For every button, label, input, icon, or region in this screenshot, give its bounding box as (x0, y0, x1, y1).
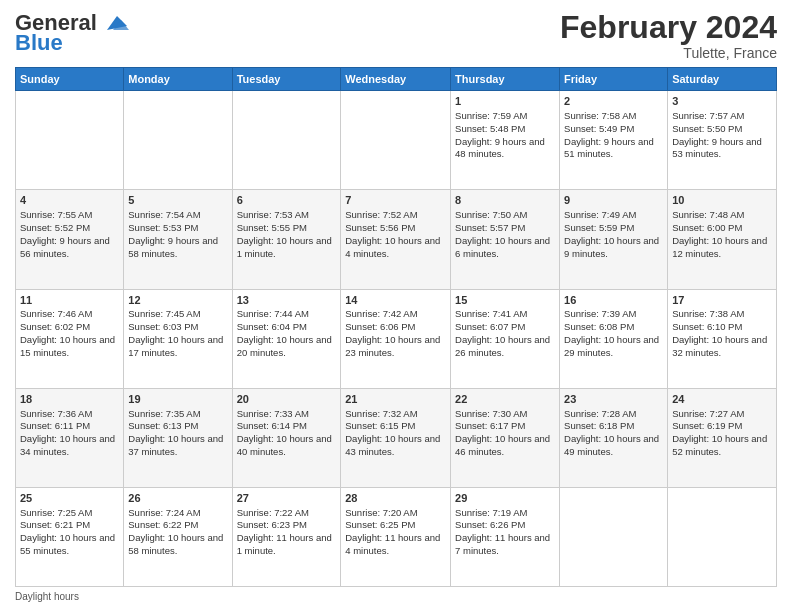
logo-blue: Blue (15, 30, 63, 56)
day-info: Sunrise: 7:28 AM Sunset: 6:18 PM Dayligh… (564, 408, 663, 459)
calendar-cell: 29Sunrise: 7:19 AM Sunset: 6:26 PM Dayli… (451, 487, 560, 586)
calendar-cell: 7Sunrise: 7:52 AM Sunset: 5:56 PM Daylig… (341, 190, 451, 289)
logo-icon (99, 12, 131, 34)
day-number: 24 (672, 392, 772, 407)
day-info: Sunrise: 7:41 AM Sunset: 6:07 PM Dayligh… (455, 308, 555, 359)
day-info: Sunrise: 7:24 AM Sunset: 6:22 PM Dayligh… (128, 507, 227, 558)
week-row-1: 4Sunrise: 7:55 AM Sunset: 5:52 PM Daylig… (16, 190, 777, 289)
weekday-header-thursday: Thursday (451, 68, 560, 91)
calendar-cell: 5Sunrise: 7:54 AM Sunset: 5:53 PM Daylig… (124, 190, 232, 289)
calendar-cell: 16Sunrise: 7:39 AM Sunset: 6:08 PM Dayli… (560, 289, 668, 388)
week-row-2: 11Sunrise: 7:46 AM Sunset: 6:02 PM Dayli… (16, 289, 777, 388)
day-info: Sunrise: 7:32 AM Sunset: 6:15 PM Dayligh… (345, 408, 446, 459)
day-number: 22 (455, 392, 555, 407)
week-row-0: 1Sunrise: 7:59 AM Sunset: 5:48 PM Daylig… (16, 91, 777, 190)
day-number: 11 (20, 293, 119, 308)
page: General Blue February 2024 Tulette, Fran… (0, 0, 792, 612)
day-info: Sunrise: 7:48 AM Sunset: 6:00 PM Dayligh… (672, 209, 772, 260)
week-row-3: 18Sunrise: 7:36 AM Sunset: 6:11 PM Dayli… (16, 388, 777, 487)
footer: Daylight hours (15, 591, 777, 602)
calendar-cell: 15Sunrise: 7:41 AM Sunset: 6:07 PM Dayli… (451, 289, 560, 388)
month-title: February 2024 (560, 10, 777, 45)
day-number: 19 (128, 392, 227, 407)
day-number: 3 (672, 94, 772, 109)
day-info: Sunrise: 7:42 AM Sunset: 6:06 PM Dayligh… (345, 308, 446, 359)
day-number: 28 (345, 491, 446, 506)
calendar-cell (668, 487, 777, 586)
calendar-cell (560, 487, 668, 586)
calendar-cell: 10Sunrise: 7:48 AM Sunset: 6:00 PM Dayli… (668, 190, 777, 289)
calendar-cell: 6Sunrise: 7:53 AM Sunset: 5:55 PM Daylig… (232, 190, 341, 289)
day-info: Sunrise: 7:52 AM Sunset: 5:56 PM Dayligh… (345, 209, 446, 260)
day-info: Sunrise: 7:45 AM Sunset: 6:03 PM Dayligh… (128, 308, 227, 359)
day-number: 14 (345, 293, 446, 308)
calendar-cell: 2Sunrise: 7:58 AM Sunset: 5:49 PM Daylig… (560, 91, 668, 190)
calendar: SundayMondayTuesdayWednesdayThursdayFrid… (15, 67, 777, 587)
day-number: 26 (128, 491, 227, 506)
day-number: 29 (455, 491, 555, 506)
day-info: Sunrise: 7:30 AM Sunset: 6:17 PM Dayligh… (455, 408, 555, 459)
day-info: Sunrise: 7:39 AM Sunset: 6:08 PM Dayligh… (564, 308, 663, 359)
calendar-cell: 19Sunrise: 7:35 AM Sunset: 6:13 PM Dayli… (124, 388, 232, 487)
weekday-header-row: SundayMondayTuesdayWednesdayThursdayFrid… (16, 68, 777, 91)
weekday-header-friday: Friday (560, 68, 668, 91)
day-info: Sunrise: 7:58 AM Sunset: 5:49 PM Dayligh… (564, 110, 663, 161)
week-row-4: 25Sunrise: 7:25 AM Sunset: 6:21 PM Dayli… (16, 487, 777, 586)
day-number: 6 (237, 193, 337, 208)
day-number: 20 (237, 392, 337, 407)
day-number: 21 (345, 392, 446, 407)
calendar-cell: 13Sunrise: 7:44 AM Sunset: 6:04 PM Dayli… (232, 289, 341, 388)
calendar-cell (16, 91, 124, 190)
calendar-cell (124, 91, 232, 190)
day-info: Sunrise: 7:20 AM Sunset: 6:25 PM Dayligh… (345, 507, 446, 558)
day-info: Sunrise: 7:25 AM Sunset: 6:21 PM Dayligh… (20, 507, 119, 558)
weekday-header-saturday: Saturday (668, 68, 777, 91)
calendar-cell: 17Sunrise: 7:38 AM Sunset: 6:10 PM Dayli… (668, 289, 777, 388)
calendar-cell: 12Sunrise: 7:45 AM Sunset: 6:03 PM Dayli… (124, 289, 232, 388)
calendar-cell: 27Sunrise: 7:22 AM Sunset: 6:23 PM Dayli… (232, 487, 341, 586)
calendar-cell: 25Sunrise: 7:25 AM Sunset: 6:21 PM Dayli… (16, 487, 124, 586)
day-number: 25 (20, 491, 119, 506)
day-number: 5 (128, 193, 227, 208)
day-number: 10 (672, 193, 772, 208)
calendar-cell: 26Sunrise: 7:24 AM Sunset: 6:22 PM Dayli… (124, 487, 232, 586)
day-info: Sunrise: 7:57 AM Sunset: 5:50 PM Dayligh… (672, 110, 772, 161)
weekday-header-sunday: Sunday (16, 68, 124, 91)
day-number: 9 (564, 193, 663, 208)
day-number: 23 (564, 392, 663, 407)
calendar-cell: 14Sunrise: 7:42 AM Sunset: 6:06 PM Dayli… (341, 289, 451, 388)
day-number: 16 (564, 293, 663, 308)
calendar-cell: 28Sunrise: 7:20 AM Sunset: 6:25 PM Dayli… (341, 487, 451, 586)
day-info: Sunrise: 7:33 AM Sunset: 6:14 PM Dayligh… (237, 408, 337, 459)
calendar-cell: 11Sunrise: 7:46 AM Sunset: 6:02 PM Dayli… (16, 289, 124, 388)
day-number: 8 (455, 193, 555, 208)
day-number: 18 (20, 392, 119, 407)
day-number: 12 (128, 293, 227, 308)
calendar-cell (341, 91, 451, 190)
day-number: 7 (345, 193, 446, 208)
weekday-header-tuesday: Tuesday (232, 68, 341, 91)
day-info: Sunrise: 7:54 AM Sunset: 5:53 PM Dayligh… (128, 209, 227, 260)
day-info: Sunrise: 7:22 AM Sunset: 6:23 PM Dayligh… (237, 507, 337, 558)
weekday-header-monday: Monday (124, 68, 232, 91)
day-info: Sunrise: 7:38 AM Sunset: 6:10 PM Dayligh… (672, 308, 772, 359)
calendar-cell: 24Sunrise: 7:27 AM Sunset: 6:19 PM Dayli… (668, 388, 777, 487)
calendar-cell: 18Sunrise: 7:36 AM Sunset: 6:11 PM Dayli… (16, 388, 124, 487)
day-info: Sunrise: 7:55 AM Sunset: 5:52 PM Dayligh… (20, 209, 119, 260)
day-info: Sunrise: 7:49 AM Sunset: 5:59 PM Dayligh… (564, 209, 663, 260)
day-number: 1 (455, 94, 555, 109)
calendar-cell: 21Sunrise: 7:32 AM Sunset: 6:15 PM Dayli… (341, 388, 451, 487)
calendar-cell: 1Sunrise: 7:59 AM Sunset: 5:48 PM Daylig… (451, 91, 560, 190)
logo: General Blue (15, 10, 131, 56)
weekday-header-wednesday: Wednesday (341, 68, 451, 91)
title-block: February 2024 Tulette, France (560, 10, 777, 61)
day-info: Sunrise: 7:19 AM Sunset: 6:26 PM Dayligh… (455, 507, 555, 558)
day-info: Sunrise: 7:36 AM Sunset: 6:11 PM Dayligh… (20, 408, 119, 459)
day-info: Sunrise: 7:46 AM Sunset: 6:02 PM Dayligh… (20, 308, 119, 359)
day-info: Sunrise: 7:27 AM Sunset: 6:19 PM Dayligh… (672, 408, 772, 459)
day-number: 13 (237, 293, 337, 308)
calendar-cell: 3Sunrise: 7:57 AM Sunset: 5:50 PM Daylig… (668, 91, 777, 190)
calendar-cell: 22Sunrise: 7:30 AM Sunset: 6:17 PM Dayli… (451, 388, 560, 487)
day-info: Sunrise: 7:44 AM Sunset: 6:04 PM Dayligh… (237, 308, 337, 359)
day-info: Sunrise: 7:53 AM Sunset: 5:55 PM Dayligh… (237, 209, 337, 260)
